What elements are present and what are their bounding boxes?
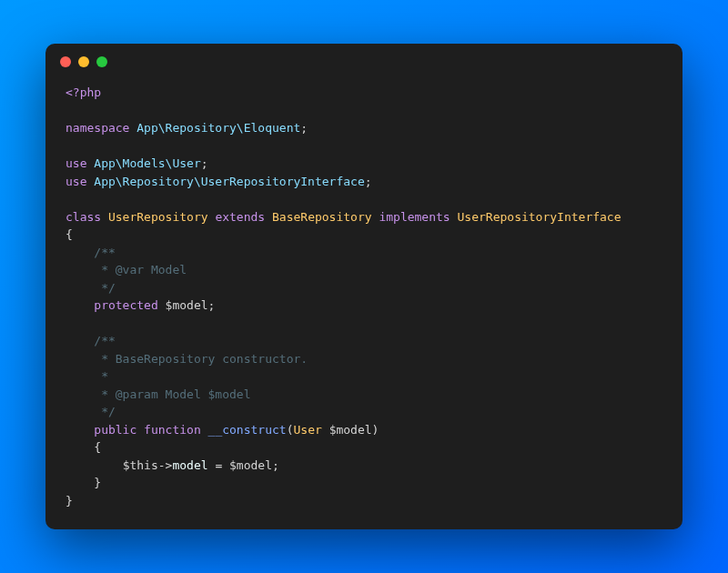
implements-keyword: implements [379,210,450,224]
code-window: <?php namespace App\Repository\Eloquent;… [46,44,682,529]
param-type: User [293,423,329,437]
property-name: model [172,458,215,472]
this-var: $this [123,458,158,472]
semicolon: ; [365,175,372,188]
php-open-tag: <? [66,85,80,99]
property-var: $model [166,298,208,312]
paren-close: ) [372,423,379,437]
semicolon: ; [300,121,308,135]
docblock: * @var Model [66,263,187,276]
interface-name: UserRepositoryInterface [450,210,622,224]
minimize-icon[interactable] [78,56,89,67]
use-keyword: use [66,175,86,188]
docblock: */ [66,405,116,418]
brace-close: } [66,476,101,489]
docblock: */ [66,281,116,295]
function-name: __construct [208,423,287,437]
use-keyword: use [66,156,86,170]
semicolon: ; [201,156,208,170]
docblock: * [66,369,108,383]
indent [66,423,94,437]
php-keyword: php [80,85,101,99]
docblock: * @param Model $model [66,387,251,401]
visibility-keyword: protected [66,298,166,312]
semicolon: ; [272,458,279,472]
class-name: UserRepository [101,210,215,224]
namespace-keyword: namespace [66,121,129,135]
brace-close: } [66,494,73,508]
assign-var: $model [229,458,272,472]
brace-open: { [66,227,73,241]
indent [66,458,123,472]
brace-open: { [66,440,101,454]
docblock: /** [66,334,116,347]
use-path: App\Repository\UserRepositoryInterface [86,175,364,188]
docblock: /** [66,246,116,259]
code-editor[interactable]: <?php namespace App\Repository\Eloquent;… [46,76,682,529]
extends-keyword: extends [215,210,265,224]
visibility-keyword: public [94,423,144,437]
class-keyword: class [66,210,101,224]
namespace-path: App\Repository\Eloquent [129,121,300,135]
function-keyword: function [144,423,207,437]
arrow-op: -> [158,458,173,472]
semicolon: ; [208,298,216,312]
maximize-icon[interactable] [96,56,107,67]
titlebar [46,44,682,76]
base-class: BaseRepository [265,210,379,224]
equals-op: = [215,458,229,472]
use-path: App\Models\User [86,156,200,170]
docblock: * BaseRepository constructor. [66,352,308,366]
param-var: $model [329,423,372,437]
close-icon[interactable] [60,56,71,67]
